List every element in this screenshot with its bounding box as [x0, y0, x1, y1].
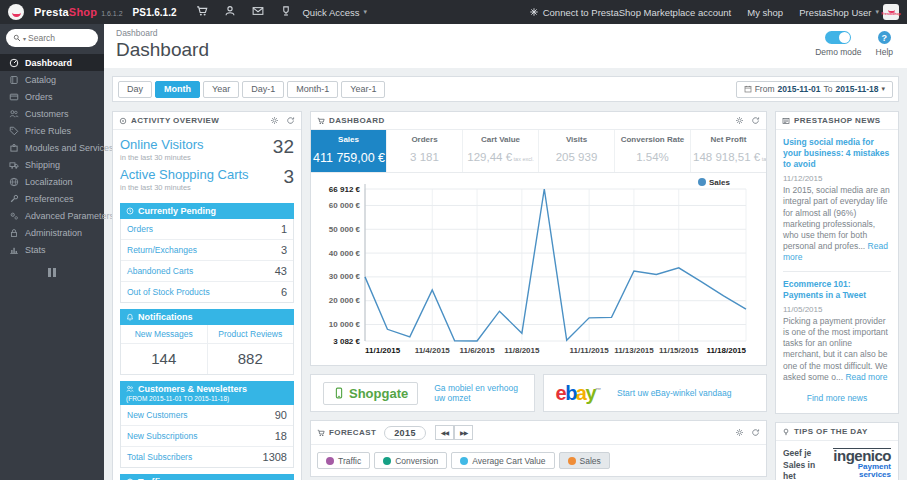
pending-row: Orders1 — [121, 219, 293, 240]
ebay-banner[interactable]: ebay™ Start uw eBay-winkel vandaag — [543, 374, 768, 412]
tag-icon — [9, 126, 19, 136]
customers-label[interactable]: New Customers — [127, 410, 187, 420]
sidebar-item-administration[interactable]: Administration — [0, 224, 104, 241]
article-body: In 2015, social media are an integral pa… — [783, 185, 891, 264]
cart-button[interactable] — [196, 5, 208, 19]
svg-text:11/6/2015: 11/6/2015 — [459, 346, 495, 355]
sidebar-item-shipping[interactable]: Shipping — [0, 156, 104, 173]
kpi-net-profit[interactable]: Net Profit148 918,51 € tax excl. — [691, 130, 766, 172]
my-shop-link[interactable]: My shop — [747, 7, 783, 18]
sidebar-collapse-button[interactable] — [0, 268, 104, 277]
user-button[interactable] — [224, 5, 236, 19]
online-visitors-link[interactable]: Online Visitors — [120, 137, 204, 152]
range-button-month[interactable]: Month — [155, 81, 200, 98]
kpi-visits[interactable]: Visits205 939 — [539, 130, 615, 172]
bulb-icon — [782, 428, 790, 436]
forecast-legend-conversion[interactable]: Conversion — [374, 452, 447, 469]
sidebar-item-catalog[interactable]: Catalog — [0, 71, 104, 88]
refresh-icon[interactable] — [286, 116, 295, 125]
range-button-day[interactable]: Day — [118, 81, 152, 98]
pending-label[interactable]: Abandoned Carts — [127, 266, 193, 276]
kpi-conversion-rate[interactable]: Conversion Rate1.54% — [615, 130, 691, 172]
article-title-link[interactable]: Using social media for your business: 4 … — [783, 137, 891, 170]
sidebar-item-preferences[interactable]: Preferences — [0, 190, 104, 207]
kpi-sales[interactable]: Sales411 759,00 € tax excl. — [311, 130, 387, 172]
active-carts-link[interactable]: Active Shopping Carts — [120, 167, 249, 182]
pending-label[interactable]: Out of Stock Products — [127, 287, 210, 297]
sidebar-item-stats[interactable]: Stats — [0, 241, 104, 258]
article-date: 11/05/2015 — [783, 305, 891, 314]
refresh-icon[interactable] — [751, 116, 760, 125]
forecast-legend-sales[interactable]: Sales — [559, 452, 610, 469]
traffic-dot — [326, 457, 334, 465]
quick-access-menu[interactable]: Quick Access▾ — [302, 7, 367, 18]
read-more-link[interactable]: Read more — [783, 241, 888, 262]
topbar-shortcut-icons — [196, 5, 292, 19]
pending-label[interactable]: Return/Exchanges — [127, 245, 197, 255]
range-button-month-1[interactable]: Month-1 — [287, 81, 338, 98]
pending-value: 3 — [281, 244, 287, 256]
sidebar-search[interactable]: ▾ — [6, 29, 98, 47]
find-more-news-link[interactable]: Find more news — [783, 393, 891, 403]
wrench-icon — [9, 194, 19, 204]
traffic-section-header: Traffic (FROM 2015-11-01 TO 2015-11-18) — [120, 474, 294, 480]
refresh-icon[interactable] — [751, 428, 760, 437]
user-menu[interactable]: PrestaShop User▾ PrestaShop — [799, 4, 899, 20]
pending-rows: Orders1Return/Exchanges3Abandoned Carts4… — [120, 219, 294, 303]
range-button-day-1[interactable]: Day-1 — [242, 81, 284, 98]
customers-label[interactable]: Total Subscribers — [127, 452, 192, 462]
sidebar-item-label: Preferences — [25, 194, 74, 204]
chevron-down-icon: ▾ — [23, 35, 26, 42]
sidebar-item-price-rules[interactable]: Price Rules — [0, 122, 104, 139]
legend-label: Traffic — [338, 456, 361, 466]
sidebar-item-modules-and-services[interactable]: Modules and Services — [0, 139, 104, 156]
search-icon — [13, 34, 21, 42]
customers-value: 18 — [275, 430, 287, 442]
shopgate-link[interactable]: Ga mobiel en verhoog uw omzet — [434, 383, 521, 403]
dashboard-panel: DASHBOARD Sales411 759,00 € tax excl.Ord… — [310, 111, 767, 366]
kpi-value: 129,44 € tax excl. — [465, 151, 536, 163]
gear-icon[interactable] — [735, 116, 744, 125]
gear-icon[interactable] — [270, 116, 279, 125]
sidebar-item-advanced-parameters[interactable]: Advanced Parameters — [0, 207, 104, 224]
marketplace-icon — [529, 7, 539, 17]
sidebar-item-orders[interactable]: Orders — [0, 88, 104, 105]
svg-text:11/18/2015: 11/18/2015 — [706, 346, 746, 355]
help-label: Help — [876, 47, 893, 57]
gear-icon[interactable] — [735, 428, 744, 437]
topbar: PrestaShop 1.6.1.2 PS1.6.1.2 Quick Acces… — [0, 0, 907, 24]
shopgate-banner[interactable]: Shopgate Ga mobiel en verhoog uw omzet — [310, 374, 535, 412]
sidebar-item-customers[interactable]: Customers — [0, 105, 104, 122]
breadcrumb[interactable]: Dashboard — [116, 28, 895, 38]
marketplace-connect-link[interactable]: Connect to PrestaShop Marketplace accoun… — [529, 7, 732, 18]
customers-label[interactable]: New Subscriptions — [127, 431, 197, 441]
search-input[interactable] — [28, 33, 80, 43]
legend-label: Sales — [580, 456, 601, 466]
forecast-next-button[interactable]: ▶▶ — [454, 425, 473, 440]
sidebar-item-dashboard[interactable]: Dashboard — [0, 54, 104, 71]
date-range-button[interactable]: From2015-11-01 To2015-11-18 ▾ — [736, 81, 893, 98]
sidebar: ▾ DashboardCatalogOrdersCustomersPrice R… — [0, 24, 104, 480]
trophy-button[interactable] — [280, 5, 292, 19]
help-button[interactable]: ? — [878, 31, 891, 44]
ebay-link[interactable]: Start uw eBay-winkel vandaag — [617, 388, 731, 398]
book-icon — [9, 75, 19, 85]
demo-mode-toggle[interactable] — [825, 31, 851, 44]
date-toolbar: DayMonthYearDay-1Month-1Year-1 From2015-… — [112, 76, 899, 102]
kpi-orders[interactable]: Orders3 181 — [387, 130, 463, 172]
kpi-label: Orders — [389, 135, 460, 144]
article-title-link[interactable]: Ecommerce 101: Payments in a Tweet — [783, 279, 891, 301]
notification-label[interactable]: Product Reviews — [208, 325, 294, 344]
read-more-link[interactable]: Read more — [845, 372, 887, 382]
forecast-prev-button[interactable]: ◀◀ — [435, 425, 454, 440]
forecast-legend-traffic[interactable]: Traffic — [317, 452, 370, 469]
notification-label[interactable]: New Messages — [121, 325, 207, 344]
range-button-year[interactable]: Year — [203, 81, 239, 98]
range-button-year-1[interactable]: Year-1 — [341, 81, 385, 98]
forecast-legend-average-cart-value[interactable]: Average Cart Value — [451, 452, 554, 469]
mail-button[interactable] — [252, 5, 264, 19]
pending-label[interactable]: Orders — [127, 224, 153, 234]
kpi-cart-value[interactable]: Cart Value129,44 € tax excl. — [463, 130, 539, 172]
sidebar-item-label: Shipping — [25, 160, 60, 170]
sidebar-item-localization[interactable]: Localization — [0, 173, 104, 190]
